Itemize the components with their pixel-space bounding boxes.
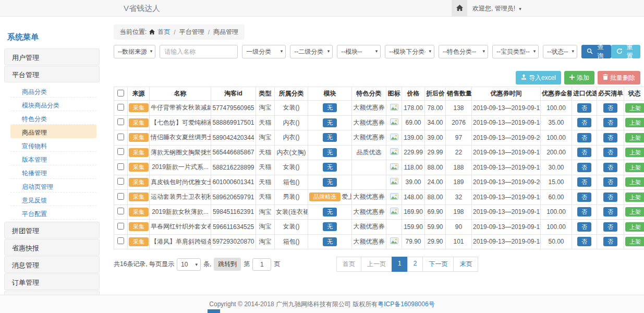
price-cell: 159.90 [402, 220, 425, 235]
price-cell: 229.99 [402, 145, 425, 160]
import-select-cell: 否 [572, 234, 597, 249]
jump-page-input[interactable] [252, 258, 271, 271]
row-checkbox[interactable] [117, 104, 124, 111]
row-checkbox[interactable] [117, 134, 124, 140]
import-select-cell: 否 [572, 175, 597, 190]
feature-cell [352, 160, 386, 175]
must-buy-toggle[interactable]: 否 [603, 192, 617, 202]
pager-button[interactable]: 下一页 [422, 257, 454, 272]
import-select-cell: 否 [572, 145, 597, 160]
module-badge: 无 [323, 208, 337, 216]
must-buy-toggle[interactable]: 否 [603, 207, 617, 216]
filter-select-input[interactable]: --特色分类-- [439, 45, 488, 58]
home-button[interactable] [452, 0, 467, 16]
status-button[interactable]: 上架 [625, 133, 644, 142]
filter-select-input[interactable]: --宝贝类型-- [492, 45, 539, 58]
must-buy-toggle[interactable]: 否 [603, 103, 617, 113]
row-checkbox[interactable] [117, 237, 124, 244]
import-select-toggle[interactable]: 否 [577, 103, 591, 113]
must-buy-toggle[interactable]: 否 [603, 163, 617, 172]
sidebar-subitem[interactable]: 启动页管理 [10, 179, 96, 192]
import-excel-button[interactable]: 导入excel [516, 71, 561, 85]
footer: Copyright © 2014-2018 广州九驰网络科技有限公司 版权所有粤… [0, 295, 644, 313]
name-search-input[interactable] [160, 45, 238, 58]
import-select-toggle[interactable]: 否 [577, 118, 591, 127]
filter-select-input[interactable]: --模块-- [337, 45, 381, 58]
import-select-toggle[interactable]: 否 [577, 207, 591, 216]
status-button[interactable]: 上架 [625, 207, 644, 216]
status-button[interactable]: 上架 [625, 163, 644, 172]
breadcrumb-home-link[interactable]: 首页 [157, 28, 170, 37]
table-row: 采集真皮钱包时尚优雅女士...601000601341天猫箱包()无39.002… [114, 175, 644, 190]
import-select-toggle[interactable]: 否 [577, 148, 591, 157]
import-select-toggle[interactable]: 否 [577, 177, 591, 187]
icon-cell [386, 160, 402, 175]
sidebar-group[interactable]: 省惠快报 [4, 239, 100, 256]
column-header: 必买清单 [597, 87, 624, 101]
filter-select-input[interactable]: 一级分类 [242, 45, 286, 58]
import-select-toggle[interactable]: 否 [577, 222, 591, 232]
must-buy-toggle[interactable]: 否 [603, 118, 617, 127]
icp-link[interactable]: 粤ICP备16098006号 [378, 300, 434, 308]
user-menu[interactable]: 欢迎您, 管理员! ▾ [472, 0, 521, 17]
filter-select-input[interactable]: --数据来源-- [114, 45, 155, 58]
pager-button[interactable]: 末页 [453, 257, 478, 272]
row-checkbox[interactable] [117, 118, 124, 125]
add-button[interactable]: 添加 [564, 71, 594, 85]
sidebar-subitem[interactable]: 特色分类 [10, 111, 96, 125]
sidebar-group[interactable]: 用户管理 [4, 49, 100, 65]
search-button[interactable]: 查询 [581, 45, 611, 58]
status-button[interactable]: 上架 [625, 192, 644, 202]
status-button[interactable]: 上架 [625, 148, 644, 157]
status-button[interactable]: 上架 [625, 103, 644, 113]
row-checkbox[interactable] [117, 208, 124, 214]
row-checkbox[interactable] [117, 178, 124, 185]
sidebar-subitem[interactable]: 轮播管理 [10, 165, 96, 179]
status-button[interactable]: 上架 [625, 177, 644, 187]
sidebar-group[interactable]: 订单管理 [4, 273, 100, 290]
reset-button[interactable]: 重置 [611, 45, 640, 58]
must-buy-cell: 否 [597, 220, 624, 235]
discount-price-cell: 88.00 [425, 160, 446, 175]
upload-icon [521, 74, 527, 81]
status-button[interactable]: 上架 [625, 118, 644, 127]
pager-button[interactable]: 2 [407, 257, 423, 272]
sidebar-subitem[interactable]: 模块商品分类 [10, 98, 96, 111]
sidebar-subitem[interactable]: 版本管理 [10, 152, 96, 165]
jump-button[interactable]: 跳转到 [214, 258, 241, 271]
must-buy-toggle[interactable]: 否 [603, 133, 617, 142]
pager-button[interactable]: 上一页 [361, 257, 392, 272]
row-checkbox[interactable] [117, 223, 124, 230]
batch-delete-button[interactable]: 批量删除 [598, 71, 640, 85]
status-button[interactable]: 上架 [625, 237, 644, 246]
row-checkbox[interactable] [117, 193, 124, 200]
must-buy-toggle[interactable]: 否 [603, 148, 617, 157]
pager-button[interactable]: 1 [392, 257, 408, 272]
taoke-id-cell: 588216228899 [211, 160, 256, 175]
import-select-toggle[interactable]: 否 [577, 192, 591, 202]
must-buy-toggle[interactable]: 否 [603, 237, 617, 246]
pager-button[interactable]: 首页 [336, 257, 361, 272]
per-page-select-input[interactable]: 10 [177, 258, 201, 271]
filter-select-input[interactable]: --模块下分类-- [385, 45, 434, 58]
sidebar-subitem[interactable]: 宣传物料 [10, 138, 96, 152]
filter-select-input[interactable]: --状态-- [543, 45, 577, 58]
row-checkbox[interactable] [117, 163, 124, 170]
pagination-bar: 共16条记录, 每页显示 10 ▾ 条, 跳转到 第 页 首页上一页12下一页末… [114, 257, 640, 272]
must-buy-toggle[interactable]: 否 [603, 222, 617, 232]
must-buy-toggle[interactable]: 否 [603, 177, 617, 187]
sidebar-subitem[interactable]: 平台配置 [10, 206, 96, 220]
sidebar-group[interactable]: 拼团管理 [4, 222, 100, 238]
sidebar-subitem[interactable]: 商品分类 [10, 84, 96, 98]
sidebar-subitem-active[interactable]: 商品管理 [10, 125, 96, 138]
import-select-toggle[interactable]: 否 [577, 237, 591, 246]
sidebar-group[interactable]: 消息管理 [4, 256, 100, 273]
select-all-checkbox[interactable] [117, 90, 124, 97]
import-select-toggle[interactable]: 否 [577, 133, 591, 142]
import-select-toggle[interactable]: 否 [577, 163, 591, 172]
row-checkbox[interactable] [117, 148, 124, 155]
filter-select-input[interactable]: --二级分类-- [290, 45, 333, 58]
sidebar-subitem[interactable]: 意见反馈 [10, 192, 96, 206]
status-button[interactable]: 上架 [625, 222, 644, 232]
sidebar-group[interactable]: 平台管理 [4, 66, 100, 82]
